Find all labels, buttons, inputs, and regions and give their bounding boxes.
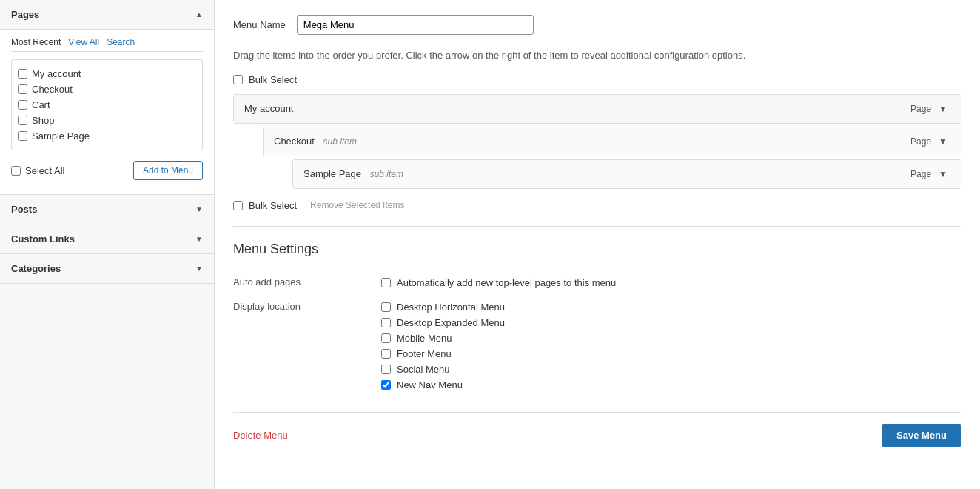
bulk-select-bottom-checkbox[interactable] [233,201,243,210]
list-item: Cart [18,97,196,113]
main-content: Menu Name Drag the items into the order … [215,0,980,489]
bulk-select-top-checkbox[interactable] [233,75,243,84]
checkout-sub-tag: sub item [323,136,357,147]
menu-item-sample-page: Sample Page sub item Page ▼ [292,159,961,189]
drag-hint: Drag the items into the order you prefer… [233,48,961,63]
social-menu-row: Social Menu [381,362,961,377]
menu-item-my-account: My account Page ▼ [233,94,961,124]
auto-add-cell: Automatically add new top-level pages to… [381,270,961,295]
pages-tabs: Most Recent View All Search [11,37,203,52]
my-account-expand-button[interactable]: ▼ [936,102,950,116]
display-location-row: Display location Desktop Horizontal Menu… [233,295,961,397]
pages-section-content: Most Recent View All Search My account C… [0,30,214,195]
sample-page-type: Page [910,169,931,179]
desktop-horizontal-checkbox[interactable] [381,302,391,312]
my-account-type: Page [910,104,931,114]
checkout-title-text: Checkout [274,136,315,147]
page-footer: Delete Menu Save Menu [233,412,961,450]
desktop-expanded-label: Desktop Expanded Menu [397,317,505,328]
tab-most-recent[interactable]: Most Recent [11,37,61,47]
shop-label: Shop [32,115,54,126]
footer-menu-label: Footer Menu [397,348,452,359]
posts-chevron-icon: ▼ [195,205,203,213]
custom-links-section-title: Custom Links [11,233,75,245]
menu-name-row: Menu Name [233,15,961,35]
custom-links-section-header[interactable]: Custom Links ▼ [0,224,214,254]
mobile-menu-label: Mobile Menu [397,333,452,344]
menu-item-checkout: Checkout sub item Page ▼ [263,127,961,156]
custom-links-chevron-icon: ▼ [195,235,203,243]
menu-item-my-account-title: My account [244,103,299,114]
categories-section-title: Categories [11,263,61,274]
desktop-horizontal-label: Desktop Horizontal Menu [397,302,505,313]
page-list: My account Checkout Cart Shop Sample Pag… [11,59,203,150]
sample-page-sub-tag: sub item [370,169,403,179]
desktop-horizontal-row: Desktop Horizontal Menu [381,299,961,315]
list-item: Shop [18,113,196,128]
footer-menu-checkbox[interactable] [381,349,391,359]
my-account-right: Page ▼ [910,102,950,116]
footer-menu-row: Footer Menu [381,346,961,362]
pages-chevron-icon: ▲ [195,10,203,19]
cart-label: Cart [32,99,50,110]
remove-selected-link[interactable]: Remove Selected Items [310,200,404,210]
bulk-select-bottom-row: Bulk Select Remove Selected Items [233,200,961,211]
menu-item-sample-page-title: Sample Page sub item [303,168,403,179]
tab-search[interactable]: Search [107,37,135,47]
menu-item-checkout-title: Checkout sub item [274,136,357,147]
mobile-menu-checkbox[interactable] [381,333,391,343]
bulk-select-bottom-label: Bulk Select [249,200,297,211]
select-all-label[interactable]: Select All [11,165,64,176]
sidebar: Pages ▲ Most Recent View All Search My a… [0,0,215,489]
settings-title: Menu Settings [233,242,961,257]
sample-page-expand-button[interactable]: ▼ [936,167,950,181]
settings-table: Auto add pages Automatically add new top… [233,270,961,397]
menu-items-area: My account Page ▼ Checkout sub item Page… [233,94,961,189]
sample-page-right: Page ▼ [910,167,950,181]
checkout-expand-button[interactable]: ▼ [936,135,950,148]
list-item: Sample Page [18,128,196,144]
delete-menu-link[interactable]: Delete Menu [233,430,288,441]
auto-add-row: Auto add pages Automatically add new top… [233,270,961,295]
categories-section-header[interactable]: Categories ▼ [0,254,214,284]
menu-item-checkout-header: Checkout sub item Page ▼ [264,127,961,156]
shop-checkbox[interactable] [18,116,27,125]
new-nav-menu-row: New Nav Menu [381,377,961,393]
menu-item-sample-page-header: Sample Page sub item Page ▼ [293,160,961,188]
list-item: My account [18,66,196,82]
select-all-checkbox[interactable] [11,166,21,176]
save-menu-button[interactable]: Save Menu [882,424,961,447]
checkout-checkbox[interactable] [18,84,27,94]
desktop-expanded-row: Desktop Expanded Menu [381,315,961,330]
my-account-checkbox[interactable] [18,69,27,79]
cart-checkbox[interactable] [18,100,27,110]
categories-chevron-icon: ▼ [195,265,203,273]
my-account-label: My account [32,68,81,79]
tab-view-all[interactable]: View All [68,37,99,47]
my-account-title-text: My account [244,103,293,114]
menu-item-my-account-header: My account Page ▼ [234,95,961,123]
add-to-menu-button[interactable]: Add to Menu [133,161,203,180]
posts-section-header[interactable]: Posts ▼ [0,195,214,224]
sample-page-title-text: Sample Page [303,168,361,179]
new-nav-menu-label: New Nav Menu [397,379,463,390]
display-location-options: Desktop Horizontal Menu Desktop Expanded… [381,295,961,397]
auto-add-label: Auto add pages [233,270,381,295]
bulk-select-top: Bulk Select [233,74,961,85]
desktop-expanded-checkbox[interactable] [381,318,391,327]
menu-name-input[interactable] [297,15,534,35]
pages-section-title: Pages [11,9,39,20]
sample-page-checkbox[interactable] [18,131,27,141]
auto-add-checkbox[interactable] [381,278,391,287]
checkout-label: Checkout [32,84,73,95]
social-menu-label: Social Menu [397,364,450,375]
list-item: Checkout [18,82,196,97]
settings-divider [233,226,961,227]
select-all-row: Select All Add to Menu [11,158,203,183]
posts-section-title: Posts [11,204,37,215]
display-location-label: Display location [233,295,381,397]
new-nav-menu-checkbox[interactable] [381,380,391,390]
pages-section-header[interactable]: Pages ▲ [0,0,214,30]
social-menu-checkbox[interactable] [381,365,391,374]
auto-add-checkbox-label: Automatically add new top-level pages to… [397,277,616,288]
